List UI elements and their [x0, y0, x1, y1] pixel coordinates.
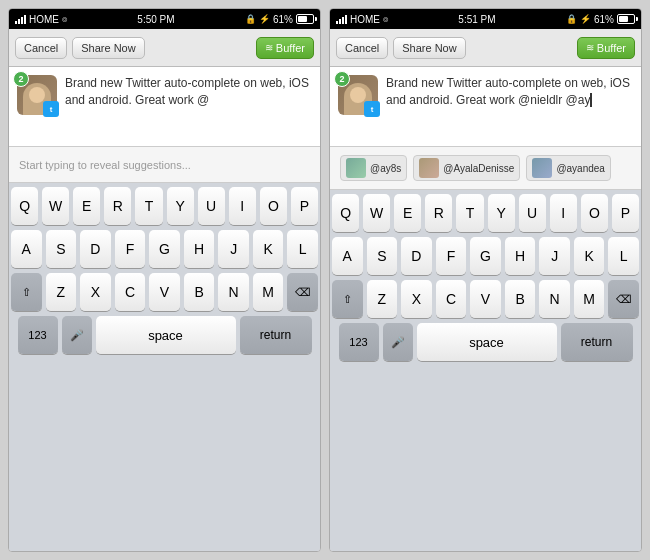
bar1r [336, 21, 338, 24]
suggestion-handle-1: @ay8s [370, 163, 401, 174]
key-space[interactable]: space [96, 316, 236, 354]
suggestion-item-3[interactable]: @ayandea [526, 155, 611, 181]
buffer-button-left[interactable]: ≋ Buffer [256, 37, 314, 59]
key-u[interactable]: U [198, 187, 225, 225]
key-y[interactable]: Y [167, 187, 194, 225]
key-rn[interactable]: N [539, 280, 570, 318]
key-rt[interactable]: T [456, 194, 483, 232]
suggestion-avatar-2 [419, 158, 439, 178]
key-v[interactable]: V [149, 273, 180, 311]
key-rshift[interactable]: ⇧ [332, 280, 363, 318]
key-z[interactable]: Z [46, 273, 77, 311]
key-rm[interactable]: M [574, 280, 605, 318]
signal-icon-right [336, 14, 347, 24]
count-badge-left: 2 [13, 71, 29, 87]
key-123[interactable]: 123 [18, 316, 58, 354]
cancel-button-right[interactable]: Cancel [336, 37, 388, 59]
key-g[interactable]: G [149, 230, 180, 268]
key-q[interactable]: Q [11, 187, 38, 225]
tweet-text-right[interactable]: Brand new Twitter auto-complete on web, … [386, 75, 633, 138]
status-bar-right: HOME ⌾ 5:51 PM 🔒 ⚡ 61% [330, 9, 641, 29]
key-ri[interactable]: I [550, 194, 577, 232]
key-rd[interactable]: D [401, 237, 432, 275]
compose-area-left: 2 t Brand new Twitter auto-complete on w… [9, 67, 320, 147]
key-rg[interactable]: G [470, 237, 501, 275]
key-d[interactable]: D [80, 230, 111, 268]
suggestion-item-2[interactable]: @AyalaDenisse [413, 155, 520, 181]
key-rs[interactable]: S [367, 237, 398, 275]
key-rv[interactable]: V [470, 280, 501, 318]
carrier-label: HOME [29, 14, 59, 25]
key-return[interactable]: return [240, 316, 312, 354]
key-rf[interactable]: F [436, 237, 467, 275]
key-row-r2: A S D F G H J K L [332, 237, 639, 275]
key-rspace[interactable]: space [417, 323, 557, 361]
buffer-button-right[interactable]: ≋ Buffer [577, 37, 635, 59]
key-rk[interactable]: K [574, 237, 605, 275]
key-rx[interactable]: X [401, 280, 432, 318]
key-c[interactable]: C [115, 273, 146, 311]
key-rj[interactable]: J [539, 237, 570, 275]
key-re[interactable]: E [394, 194, 421, 232]
key-n[interactable]: N [218, 273, 249, 311]
key-f[interactable]: F [115, 230, 146, 268]
status-left-right: HOME ⌾ [336, 14, 388, 25]
key-rc[interactable]: C [436, 280, 467, 318]
key-ra[interactable]: A [332, 237, 363, 275]
key-ro[interactable]: O [581, 194, 608, 232]
key-x[interactable]: X [80, 273, 111, 311]
key-i[interactable]: I [229, 187, 256, 225]
key-p[interactable]: P [291, 187, 318, 225]
battery-fill [298, 16, 307, 22]
key-mic[interactable]: 🎤 [62, 316, 92, 354]
share-now-button-left[interactable]: Share Now [72, 37, 144, 59]
key-k[interactable]: K [253, 230, 284, 268]
wifi-icon: ⌾ [62, 14, 67, 24]
key-w[interactable]: W [42, 187, 69, 225]
phone-right: HOME ⌾ 5:51 PM 🔒 ⚡ 61% Cancel Share Now … [329, 8, 642, 552]
avatar-wrapper-right: 2 t [338, 75, 378, 115]
key-m[interactable]: M [253, 273, 284, 311]
key-rw[interactable]: W [363, 194, 390, 232]
bar3r [342, 17, 344, 24]
compose-area-right: 2 t Brand new Twitter auto-complete on w… [330, 67, 641, 147]
key-row-r4: 123 🎤 space return [332, 323, 639, 361]
key-rl[interactable]: L [608, 237, 639, 275]
key-rz[interactable]: Z [367, 280, 398, 318]
key-a[interactable]: A [11, 230, 42, 268]
key-t[interactable]: T [135, 187, 162, 225]
key-j[interactable]: J [218, 230, 249, 268]
key-b[interactable]: B [184, 273, 215, 311]
key-rbackspace[interactable]: ⌫ [608, 280, 639, 318]
key-rp[interactable]: P [612, 194, 639, 232]
key-ru[interactable]: U [519, 194, 546, 232]
lock-icon-right: 🔒 [566, 14, 577, 24]
key-l[interactable]: L [287, 230, 318, 268]
share-now-button-right[interactable]: Share Now [393, 37, 465, 59]
key-h[interactable]: H [184, 230, 215, 268]
signal-icon [15, 14, 26, 24]
key-row-3: ⇧ Z X C V B N M ⌫ [11, 273, 318, 311]
key-rmic[interactable]: 🎤 [383, 323, 413, 361]
key-rh[interactable]: H [505, 237, 536, 275]
key-s[interactable]: S [46, 230, 77, 268]
key-rr[interactable]: R [425, 194, 452, 232]
key-shift[interactable]: ⇧ [11, 273, 42, 311]
key-r123[interactable]: 123 [339, 323, 379, 361]
key-rb[interactable]: B [505, 280, 536, 318]
key-r[interactable]: R [104, 187, 131, 225]
cancel-button-left[interactable]: Cancel [15, 37, 67, 59]
key-o[interactable]: O [260, 187, 287, 225]
battery-fill-right [619, 16, 628, 22]
tweet-text-left[interactable]: Brand new Twitter auto-complete on web, … [65, 75, 312, 138]
status-left: HOME ⌾ [15, 14, 67, 25]
key-ry[interactable]: Y [488, 194, 515, 232]
key-e[interactable]: E [73, 187, 100, 225]
key-rq[interactable]: Q [332, 194, 359, 232]
avatar-wrapper-left: 2 t [17, 75, 57, 115]
suggestion-item-1[interactable]: @ay8s [340, 155, 407, 181]
key-backspace[interactable]: ⌫ [287, 273, 318, 311]
key-rreturn[interactable]: return [561, 323, 633, 361]
key-row-r3: ⇧ Z X C V B N M ⌫ [332, 280, 639, 318]
time-label-right: 5:51 PM [458, 14, 495, 25]
